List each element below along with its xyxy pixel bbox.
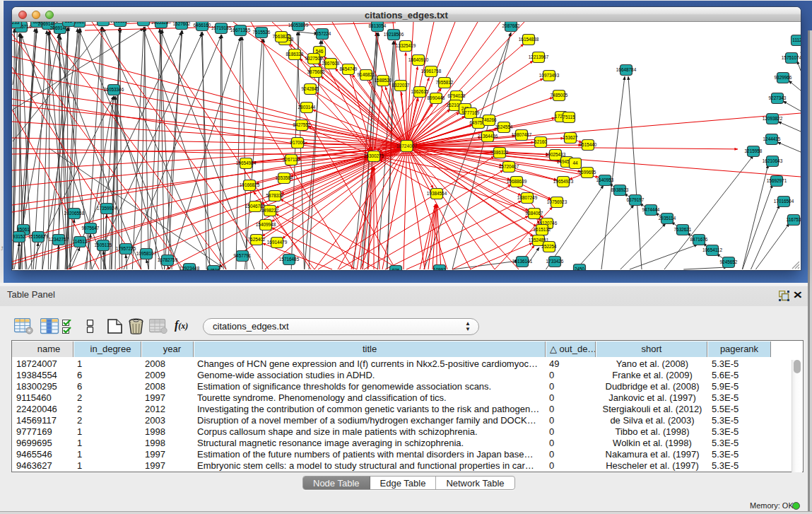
svg-text:16782759: 16782759 bbox=[158, 257, 178, 262]
svg-text:9777169: 9777169 bbox=[462, 110, 480, 115]
svg-text:94506: 94506 bbox=[207, 268, 220, 270]
svg-text:9474444: 9474444 bbox=[642, 207, 660, 212]
svg-text:16671355: 16671355 bbox=[230, 28, 251, 33]
svg-text:8990448: 8990448 bbox=[428, 95, 445, 100]
svg-text:15136141: 15136141 bbox=[512, 259, 533, 264]
svg-text:9975647: 9975647 bbox=[82, 226, 100, 230]
svg-text:116753: 116753 bbox=[787, 217, 801, 222]
svg-text:876: 876 bbox=[392, 268, 400, 270]
svg-text:20206558: 20206558 bbox=[64, 211, 85, 216]
svg-text:9515440: 9515440 bbox=[579, 142, 597, 147]
svg-text:746266: 746266 bbox=[481, 117, 497, 122]
svg-text:1615132: 1615132 bbox=[534, 227, 551, 232]
svg-text:19654923: 19654923 bbox=[553, 179, 574, 184]
svg-text:16914479: 16914479 bbox=[267, 240, 288, 245]
svg-text:7515526: 7515526 bbox=[253, 30, 271, 35]
svg-text:6794028: 6794028 bbox=[448, 93, 466, 98]
svg-text:15409948: 15409948 bbox=[256, 222, 276, 227]
svg-text:1244415: 1244415 bbox=[763, 136, 781, 141]
svg-text:44: 44 bbox=[572, 160, 578, 165]
svg-text:18640910: 18640910 bbox=[408, 57, 429, 62]
svg-text:3267110: 3267110 bbox=[283, 157, 300, 162]
svg-text:114513: 114513 bbox=[73, 239, 88, 244]
svg-text:19218506: 19218506 bbox=[384, 32, 404, 37]
svg-text:8471676: 8471676 bbox=[690, 237, 708, 242]
svg-text:10807487: 10807487 bbox=[512, 132, 532, 137]
svg-text:16059: 16059 bbox=[97, 22, 110, 23]
svg-text:1061: 1061 bbox=[74, 22, 85, 24]
svg-text:12093822: 12093822 bbox=[763, 116, 783, 121]
svg-text:6379197: 6379197 bbox=[627, 197, 645, 202]
svg-text:9384067: 9384067 bbox=[526, 211, 543, 216]
svg-text:1362615: 1362615 bbox=[411, 89, 429, 94]
svg-text:1353584: 1353584 bbox=[276, 175, 293, 180]
svg-text:10653287: 10653287 bbox=[110, 22, 131, 23]
svg-text:1527602: 1527602 bbox=[173, 22, 191, 26]
svg-text:17016504: 17016504 bbox=[774, 199, 794, 204]
svg-text:15692971: 15692971 bbox=[767, 178, 787, 183]
svg-text:15720407: 15720407 bbox=[499, 164, 519, 169]
svg-text:1733426: 1733426 bbox=[546, 259, 564, 264]
svg-text:10654112: 10654112 bbox=[702, 247, 722, 252]
svg-text:7625402: 7625402 bbox=[248, 237, 266, 242]
svg-text:8454749: 8454749 bbox=[340, 66, 358, 71]
svg-text:15716485: 15716485 bbox=[279, 257, 300, 262]
svg-text:18807249: 18807249 bbox=[517, 195, 538, 200]
svg-text:93152: 93152 bbox=[13, 234, 25, 239]
svg-text:19384554: 19384554 bbox=[427, 191, 447, 196]
svg-text:10973493: 10973493 bbox=[539, 73, 560, 78]
svg-text:7485005: 7485005 bbox=[551, 93, 568, 98]
svg-text:9457791: 9457791 bbox=[234, 253, 252, 258]
svg-text:21364436: 21364436 bbox=[478, 134, 498, 139]
svg-text:7103: 7103 bbox=[139, 22, 149, 23]
svg-text:16648784: 16648784 bbox=[616, 67, 637, 72]
svg-text:8427552: 8427552 bbox=[293, 122, 311, 127]
svg-text:9329966: 9329966 bbox=[775, 75, 792, 80]
svg-text:2935114: 2935114 bbox=[659, 216, 676, 221]
svg-text:17957225: 17957225 bbox=[116, 246, 136, 251]
svg-text:10958107: 10958107 bbox=[136, 251, 157, 256]
svg-text:3624554: 3624554 bbox=[495, 124, 513, 129]
svg-text:2867608: 2867608 bbox=[322, 61, 340, 66]
svg-text:75115: 75115 bbox=[563, 115, 575, 119]
svg-text:2450: 2450 bbox=[575, 267, 585, 270]
svg-text:16961758: 16961758 bbox=[421, 69, 442, 74]
svg-text:16053809: 16053809 bbox=[288, 23, 309, 28]
svg-text:15751074: 15751074 bbox=[782, 55, 801, 60]
svg-text:153627: 153627 bbox=[563, 135, 578, 140]
svg-text:16210643: 16210643 bbox=[763, 158, 783, 163]
svg-text:18724007: 18724007 bbox=[396, 144, 418, 148]
svg-text:62160: 62160 bbox=[534, 139, 547, 144]
svg-text:1505135: 1505135 bbox=[95, 243, 112, 247]
svg-text:5878332: 5878332 bbox=[266, 193, 284, 198]
svg-text:9146821: 9146821 bbox=[358, 72, 375, 77]
svg-text:6466160: 6466160 bbox=[194, 23, 211, 28]
svg-text:25300275: 25300275 bbox=[364, 153, 384, 158]
svg-text:2803144: 2803144 bbox=[298, 105, 316, 110]
svg-text:8186328: 8186328 bbox=[286, 52, 304, 57]
svg-text:19654984: 19654984 bbox=[236, 160, 257, 165]
svg-text:10688639: 10688639 bbox=[507, 179, 527, 184]
svg-text:7632621: 7632621 bbox=[674, 227, 692, 232]
svg-text:26053346: 26053346 bbox=[104, 87, 124, 92]
svg-text:10992: 10992 bbox=[433, 267, 446, 270]
svg-text:12213967: 12213967 bbox=[529, 54, 549, 59]
svg-text:252254: 252254 bbox=[541, 244, 557, 249]
svg-text:12156829: 12156829 bbox=[28, 234, 49, 239]
svg-text:7357224: 7357224 bbox=[314, 31, 331, 36]
svg-text:7386322: 7386322 bbox=[491, 150, 509, 155]
svg-text:233: 233 bbox=[12, 22, 20, 25]
svg-text:7663822: 7663822 bbox=[273, 34, 290, 39]
svg-text:9242845: 9242845 bbox=[302, 86, 319, 91]
svg-text:8813054: 8813054 bbox=[369, 23, 387, 28]
svg-text:9699695: 9699695 bbox=[579, 170, 596, 175]
svg-text:9227343: 9227343 bbox=[769, 95, 787, 100]
svg-text:12923448: 12923448 bbox=[180, 266, 200, 270]
svg-text:1640953: 1640953 bbox=[596, 177, 614, 182]
svg-text:12342757: 12342757 bbox=[49, 237, 69, 242]
svg-text:17359924: 17359924 bbox=[97, 206, 117, 211]
svg-text:16154838: 16154838 bbox=[519, 37, 539, 42]
svg-text:10719185: 10719185 bbox=[211, 25, 232, 30]
svg-text:917006: 917006 bbox=[290, 140, 305, 145]
svg-text:2087682: 2087682 bbox=[502, 23, 520, 28]
